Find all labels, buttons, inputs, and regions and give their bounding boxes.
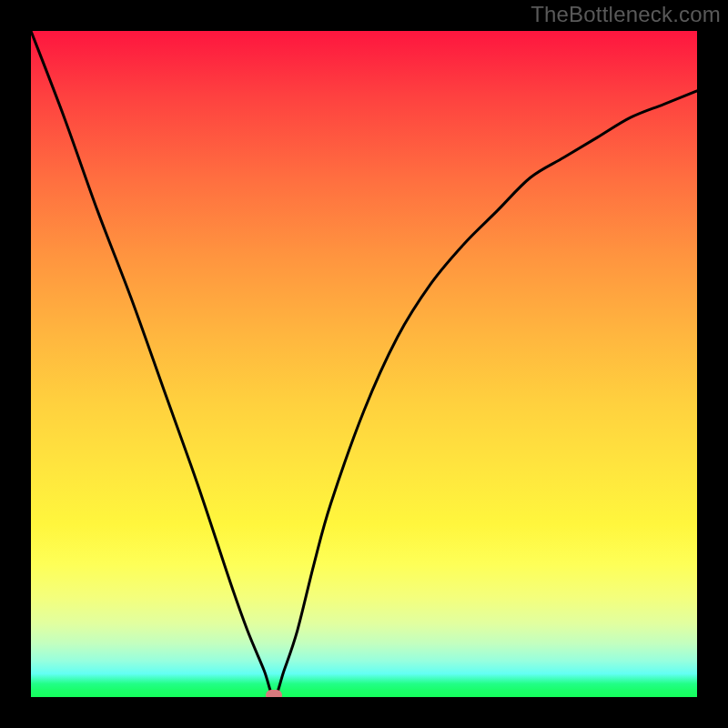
plot-area xyxy=(31,31,697,697)
minimum-marker xyxy=(266,690,282,697)
bottleneck-curve xyxy=(31,31,697,697)
chart-frame: TheBottleneck.com xyxy=(0,0,728,728)
watermark-text: TheBottleneck.com xyxy=(531,2,721,27)
